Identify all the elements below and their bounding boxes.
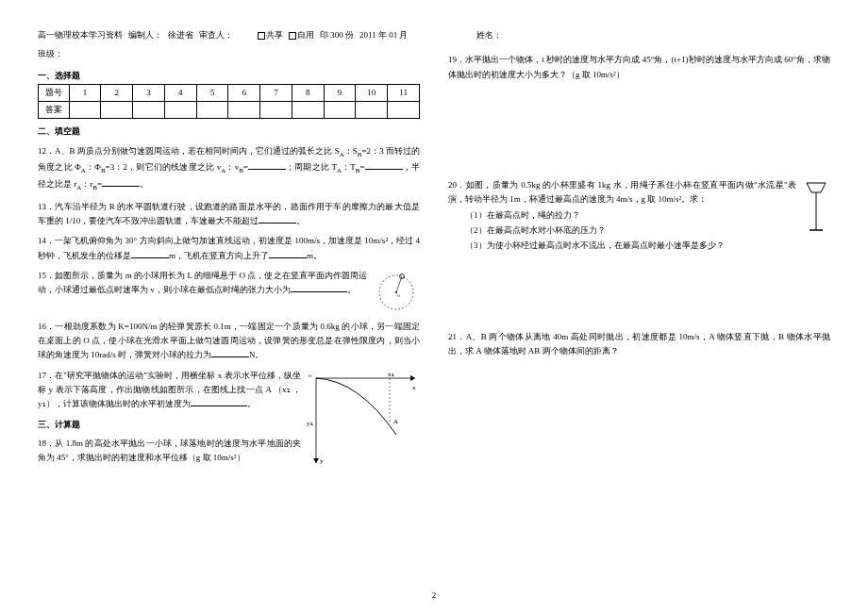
pendulum-diagram: o	[373, 269, 420, 316]
col-num: 9	[324, 85, 356, 102]
name-label: 姓名：	[476, 28, 830, 41]
self-label: 自用	[297, 30, 314, 40]
svg-text:x: x	[412, 384, 416, 391]
date: 2011 年 01 月	[359, 28, 408, 41]
col-num: 5	[196, 85, 228, 102]
table-row: 答案	[39, 102, 420, 119]
col-num: 2	[101, 85, 133, 102]
question-14: 14．一架飞机俯仰角为 30° 方向斜向上做匀加速直线运动，初速度是 100m/…	[38, 234, 420, 263]
question-20: 20．如图，质量为 0.5kg 的小杯里盛有 1kg 水，用绳子系住小杯在竖直平…	[448, 178, 830, 253]
section1-title: 一、选择题	[38, 69, 420, 82]
section2-title: 二、填空题	[38, 124, 420, 138]
left-column: 高一物理校本学习资料 编制人： 徐进省 审查人： 共享 自用 印 300 份 2…	[38, 28, 420, 476]
svg-text:y₁: y₁	[307, 420, 313, 427]
question-12: 12．A、B 两质点分别做匀速圆周运动，若在相同时间内，它们通过的弧长之比 SA…	[38, 144, 420, 194]
checkbox-share	[258, 32, 265, 40]
svg-text:y: y	[320, 457, 324, 465]
question-16: 16．一根劲度系数为 K=100N/m 的轻弹簧原长 0.1m，一端固定一个质量…	[38, 320, 420, 363]
svg-marker-6	[410, 375, 415, 381]
col-num: 6	[228, 85, 260, 102]
col-num: 7	[260, 85, 292, 102]
print-count: 印 300 份	[320, 28, 354, 41]
author-name: 徐进省	[168, 28, 193, 41]
col-num: 3	[133, 85, 165, 102]
row1-label: 题号	[39, 85, 70, 102]
col-num: 1	[69, 85, 101, 102]
question-21: 21．A、B 两个物体从离地 40m 高处同时抛出，初速度都是 10m/s，A …	[448, 330, 830, 359]
page-number: 2	[432, 588, 437, 602]
class-label: 班级：	[38, 47, 63, 60]
question-15: o 15．如图所示，质量为 m 的小球用长为 L 的细绳悬于 O 点，使之在竖直…	[38, 269, 420, 298]
parabola-graph: o x y x₁ A y₁	[307, 369, 420, 472]
col-num: 8	[292, 85, 324, 102]
answer-table: 题号 1 2 3 4 5 6 7 8 9 10 11 答案	[38, 84, 420, 119]
svg-marker-8	[313, 458, 319, 463]
row2-label: 答案	[39, 102, 70, 119]
doc-title: 高一物理校本学习资料	[38, 28, 123, 41]
checkbox-self	[289, 32, 296, 40]
author-label: 编制人：	[128, 28, 162, 41]
question-13: 13．汽车沿半径为 R 的水平圆轨道行驶，设跑道的路面是水平的，路面作用于车的摩…	[38, 200, 420, 229]
svg-text:A: A	[393, 418, 398, 425]
cup-diagram	[802, 178, 830, 235]
q20-sub2: （2）在最高点时水对小杯底的压力？	[465, 223, 830, 238]
question-17: o x y x₁ A y₁ 17．在"研究平抛物体的运动"实验时，用横坐标 x …	[38, 369, 420, 412]
svg-text:x₁: x₁	[388, 371, 394, 378]
col-num: 10	[356, 85, 388, 102]
q20-sub3: （3）为使小杯经过最高点时水不流出，在最高点时最小速率是多少？	[465, 238, 830, 253]
header-left: 高一物理校本学习资料 编制人： 徐进省 审查人： 共享 自用 印 300 份 2…	[38, 28, 420, 61]
question-19: 19．水平抛出一个物体，t 秒时的速度与水平方向成 45°角，(t+1)秒时的速…	[448, 53, 830, 82]
reviewer-label: 审查人：	[199, 28, 233, 41]
svg-text:o: o	[397, 292, 400, 298]
col-num: 4	[164, 85, 196, 102]
share-label: 共享	[266, 30, 283, 40]
q20-sub1: （1）在最高点时，绳的拉力？	[465, 207, 830, 223]
svg-text:o: o	[309, 372, 312, 379]
table-row: 题号 1 2 3 4 5 6 7 8 9 10 11	[39, 85, 420, 102]
right-column: 姓名： 19．水平抛出一个物体，t 秒时的速度与水平方向成 45°角，(t+1)…	[448, 28, 830, 476]
col-num: 11	[388, 85, 420, 102]
